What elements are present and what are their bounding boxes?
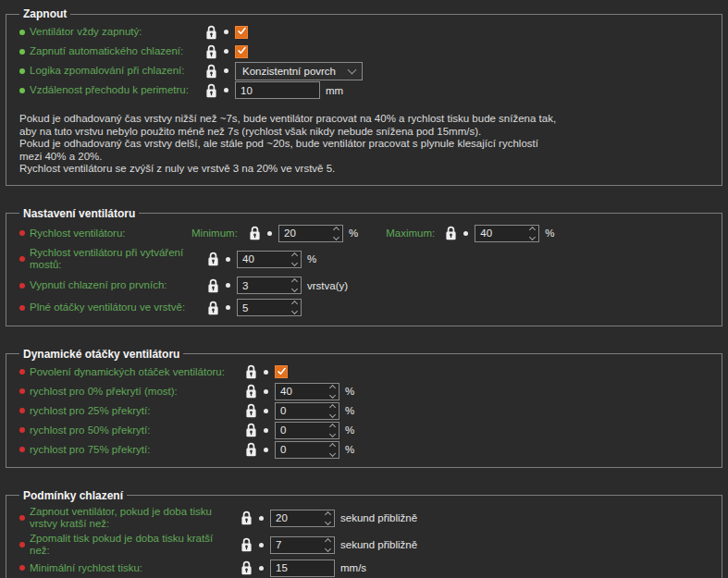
full-fan-layer-input[interactable] — [238, 302, 288, 314]
enable-fan-below-input[interactable] — [271, 512, 321, 523]
spinner-arrows-icon[interactable] — [321, 510, 334, 526]
spinner-arrows-icon[interactable] — [326, 384, 339, 400]
revert-dot-icon[interactable] — [264, 389, 268, 394]
slow-down-below-input[interactable] — [271, 539, 321, 550]
perimeter-transition-input[interactable] — [235, 81, 320, 99]
revert-dot-icon[interactable] — [224, 49, 228, 54]
disable-cooling-layers-spinner — [237, 277, 302, 294]
setting-row-full-fan-at-layer: Plné otáčky ventilátoru ve vrstvě: — [19, 298, 712, 318]
revert-dot-icon[interactable] — [226, 257, 230, 262]
revert-dot-icon[interactable] — [259, 516, 264, 521]
revert-dot-icon[interactable] — [264, 370, 268, 375]
lock-icon[interactable] — [205, 25, 217, 40]
revert-dot-icon[interactable] — [267, 231, 272, 236]
lock-icon[interactable] — [245, 442, 257, 457]
overlap-0-input[interactable] — [276, 386, 326, 397]
setting-label: Povolení dynamických otáček ventilátoru: — [30, 366, 230, 378]
lock-icon[interactable] — [245, 403, 257, 418]
status-dot-red — [19, 427, 25, 433]
unit-label: % — [345, 405, 354, 416]
lock-icon[interactable] — [205, 44, 217, 59]
setting-row-fan-speed: Rychlost ventilátoru: Minimum: % Maximum… — [19, 222, 712, 245]
slowdown-logic-select[interactable]: Konzistentní povrch — [235, 62, 363, 80]
spinner-arrows-icon[interactable] — [288, 252, 301, 267]
selected-option: Konzistentní povrch — [242, 66, 349, 77]
setting-row-auto-cooling: Zapnutí automatického chlazení: — [19, 42, 712, 61]
setting-row-disable-cooling-first-layers: Vypnutí chlazení pro prvních: vrstva(y) — [19, 274, 712, 298]
auto-cooling-checkbox[interactable] — [235, 45, 248, 58]
setting-label: Minimální rychlost tisku: — [30, 562, 148, 574]
spinner-arrows-icon[interactable] — [288, 300, 301, 315]
min-print-speed-input[interactable] — [270, 560, 335, 577]
spinner-arrows-icon[interactable] — [288, 277, 301, 293]
disable-cooling-layers-input[interactable] — [238, 280, 288, 291]
revert-dot-icon[interactable] — [226, 283, 230, 288]
unit-label: % — [345, 386, 354, 397]
lock-icon[interactable] — [245, 384, 257, 399]
lock-icon[interactable] — [249, 226, 261, 240]
spinner-arrows-icon[interactable] — [326, 423, 339, 438]
check-icon — [237, 26, 247, 38]
fan-speed-min-input[interactable] — [279, 228, 329, 239]
revert-dot-icon[interactable] — [259, 566, 264, 571]
revert-dot-icon[interactable] — [224, 88, 228, 92]
lock-icon[interactable] — [205, 64, 217, 79]
status-dot-red — [19, 369, 25, 375]
lock-icon[interactable] — [207, 252, 219, 266]
setting-row-enable-dynamic-fan: Povolení dynamických otáček ventilátoru: — [19, 363, 712, 382]
revert-dot-icon[interactable] — [259, 543, 264, 547]
lock-icon[interactable] — [245, 423, 257, 437]
overlap-25-input[interactable] — [276, 405, 326, 416]
spinner-arrows-icon[interactable] — [321, 537, 334, 553]
setting-row-perimeter-transition: Vzdálenost přechodu k perimetru: mm — [19, 80, 712, 100]
setting-row-bridge-fan-speed: Rychlost ventilátoru při vytváření mostů… — [19, 245, 712, 274]
revert-dot-icon[interactable] — [264, 448, 268, 452]
lock-icon[interactable] — [241, 560, 253, 575]
revert-dot-icon[interactable] — [264, 409, 268, 413]
spinner-arrows-icon[interactable] — [525, 226, 538, 241]
setting-label: Vypnutí chlazení pro prvních: — [30, 279, 173, 291]
section-enable: Zapnout Ventilátor vždy zapnutý: Zapnutí… — [6, 7, 722, 186]
revert-dot-icon[interactable] — [264, 428, 268, 433]
lock-icon[interactable] — [207, 278, 219, 293]
revert-dot-icon[interactable] — [224, 68, 228, 73]
setting-row-overlap-50: rychlost pro 50% překrytí: % — [19, 421, 712, 440]
revert-dot-icon[interactable] — [226, 305, 230, 310]
status-dot-red — [19, 565, 25, 571]
setting-label: rychlost pro 25% překrytí: — [30, 405, 155, 417]
revert-dot-icon[interactable] — [224, 30, 228, 34]
lock-icon[interactable] — [241, 537, 253, 552]
section-cooling-thresholds: Podmínky chlazení Zapnout ventilátor, po… — [6, 489, 722, 578]
lock-icon[interactable] — [241, 510, 253, 525]
spinner-arrows-icon[interactable] — [329, 226, 342, 241]
bridge-fan-speed-input[interactable] — [238, 253, 288, 264]
setting-label: Zpomalit tisk pokud je doba tisku kratší… — [30, 533, 241, 557]
status-dot-red — [19, 230, 25, 236]
cooling-description-text: Pokud je odhadovaný čas vrstvy nižší než… — [19, 113, 712, 176]
spinner-arrows-icon[interactable] — [326, 442, 339, 458]
setting-label: Zapnutí automatického chlazení: — [30, 45, 189, 57]
setting-label: Logika zpomalování při chlazení: — [30, 65, 191, 77]
unit-label: vrstva(y) — [307, 280, 348, 291]
revert-dot-icon[interactable] — [463, 231, 468, 236]
lock-icon[interactable] — [445, 226, 457, 240]
lock-icon[interactable] — [205, 83, 217, 98]
spinner-arrows-icon[interactable] — [326, 403, 339, 419]
overlap-75-input[interactable] — [276, 444, 326, 455]
status-dot-green — [19, 30, 25, 35]
minimum-label: Minimum: — [191, 228, 249, 239]
lock-icon[interactable] — [245, 364, 257, 379]
lock-icon[interactable] — [207, 301, 219, 315]
slow-down-below-spinner — [270, 536, 335, 554]
status-dot-green — [19, 68, 25, 74]
setting-row-fan-always-on: Ventilátor vždy zapnutý: — [19, 22, 712, 42]
setting-label: Rychlost ventilátoru při vytváření mostů… — [30, 247, 206, 271]
section-title: Podmínky chlazení — [19, 489, 127, 502]
fan-always-on-checkbox[interactable] — [235, 26, 248, 39]
setting-label: rychlost pro 0% překrytí (most): — [30, 386, 183, 398]
fan-speed-max-input[interactable] — [475, 228, 525, 239]
overlap-50-input[interactable] — [276, 424, 326, 436]
dynamic-fan-checkbox[interactable] — [275, 365, 288, 378]
cooling-settings-page: Zapnout Ventilátor vždy zapnutý: Zapnutí… — [0, 0, 728, 578]
full-fan-layer-spinner — [237, 299, 302, 316]
